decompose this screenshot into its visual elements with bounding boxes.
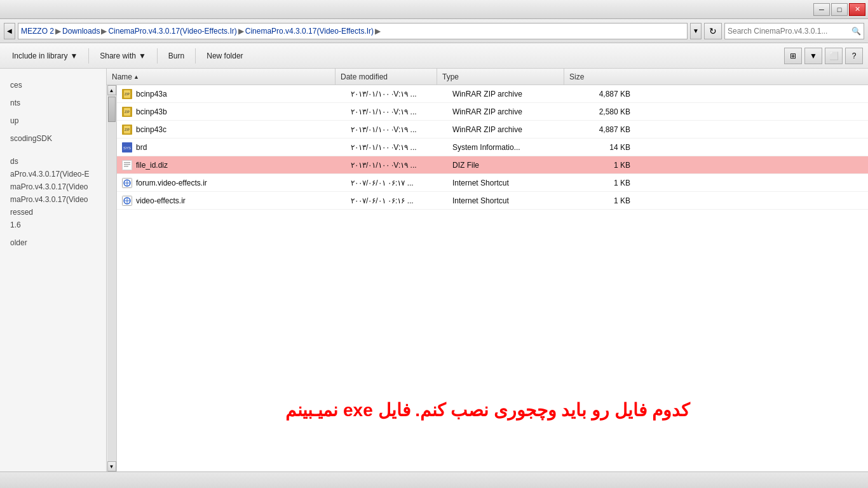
- burn-label: Burn: [168, 51, 184, 60]
- search-icon[interactable]: 🔍: [851, 27, 861, 36]
- include-library-label: Include in library: [12, 51, 67, 60]
- close-button[interactable]: ✕: [849, 3, 865, 16]
- title-bar: ─ □ ✕: [0, 0, 868, 19]
- sidebar-item-cinema2[interactable]: maPro.v4.3.0.17(Video: [0, 180, 106, 193]
- table-row[interactable]: file_id.diz ۲۰۱۳/۰۱/۱۰۰ ·V:۱۹ ... DIZ Fi…: [117, 156, 868, 174]
- file-icon: SYS: [122, 142, 132, 152]
- file-name-text: forum.video-effects.ir: [136, 179, 207, 187]
- share-with-button[interactable]: Share with ▼: [93, 46, 153, 65]
- help-button[interactable]: ?: [845, 48, 863, 64]
- file-date-cell: ۲۰۱۳/۰۱/۱۰۰ ·V:۱۹ ...: [346, 90, 447, 98]
- svg-text:SYS: SYS: [123, 146, 131, 150]
- breadcrumb-downloads[interactable]: Downloads: [62, 27, 100, 36]
- scroll-track[interactable]: [107, 95, 116, 461]
- svg-rect-11: [123, 160, 132, 170]
- pane-button[interactable]: ⬜: [825, 48, 843, 64]
- sidebar-item-ces[interactable]: ces: [0, 79, 106, 92]
- refresh-button[interactable]: ↻: [704, 23, 722, 39]
- breadcrumb-sep3: ▶: [238, 27, 244, 36]
- svg-rect-12: [124, 162, 130, 163]
- file-list: ZIP bcinp43a ۲۰۱۳/۰۱/۱۰۰ ·V:۱۹ ... WinRA…: [117, 85, 868, 471]
- include-library-arrow: ▼: [70, 51, 78, 60]
- view-toggle-button[interactable]: ⊞: [784, 48, 802, 64]
- content-area: Name ▲ Date modified Type Size ▲ ▼: [107, 69, 868, 471]
- table-row[interactable]: SYS brd ۲۰۱۳/۰۱/۱۰۰ ·V:۱۹ ... System Inf…: [117, 139, 868, 156]
- file-icon: [122, 196, 132, 206]
- col-size-label: Size: [569, 72, 584, 81]
- col-size-header[interactable]: Size: [564, 69, 628, 85]
- sidebar-item-ressed[interactable]: ressed: [0, 206, 106, 219]
- new-folder-button[interactable]: New folder: [200, 46, 250, 65]
- file-name-text: brd: [136, 143, 147, 152]
- scroll-down-button[interactable]: ▼: [107, 461, 116, 471]
- file-type-cell: WinRAR ZIP archive: [447, 125, 574, 134]
- sidebar-item-up[interactable]: up: [0, 114, 106, 127]
- file-icon: ZIP: [122, 107, 132, 117]
- sidebar-item-16[interactable]: 1.6: [0, 219, 106, 231]
- file-name-text: bcinp43a: [136, 90, 167, 98]
- file-type-cell: Internet Shortcut: [447, 196, 574, 205]
- scroll-up-button[interactable]: ▲: [107, 85, 116, 95]
- svg-text:ZIP: ZIP: [125, 92, 130, 96]
- sidebar-item-older[interactable]: older: [0, 236, 106, 249]
- col-name-label: Name: [112, 72, 132, 81]
- search-box[interactable]: 🔍: [724, 23, 864, 39]
- col-name-header[interactable]: Name ▲: [107, 69, 336, 85]
- sidebar-item-cinema3[interactable]: maPro.v4.3.0.17(Video: [0, 193, 106, 206]
- file-type-cell: System Informatio...: [447, 143, 574, 152]
- toolbar: Include in library ▼ Share with ▼ Burn N…: [0, 43, 868, 69]
- sidebar-item-cinema1[interactable]: aPro.v4.3.0.17(Video-E: [0, 168, 106, 180]
- file-name-text: bcinp43b: [136, 107, 167, 116]
- sort-arrow: ▲: [133, 74, 139, 80]
- file-icon: ZIP: [122, 125, 132, 135]
- file-date-cell: ۲۰۱۳/۰۱/۱۰۰ ·V:۱۹ ...: [346, 107, 447, 116]
- breadcrumb-mezzo[interactable]: MEZZO 2: [21, 27, 54, 36]
- col-type-label: Type: [442, 72, 459, 81]
- search-input[interactable]: [728, 27, 851, 36]
- file-name-cell: forum.video-effects.ir: [117, 178, 346, 188]
- table-row[interactable]: forum.video-effects.ir ۲۰۰۷/۰۶/۰۱ ۰۶:۱۷ …: [117, 174, 868, 192]
- file-type-cell: WinRAR ZIP archive: [447, 107, 574, 116]
- file-type-cell: WinRAR ZIP archive: [447, 90, 574, 98]
- col-type-header[interactable]: Type: [437, 69, 564, 85]
- svg-text:ZIP: ZIP: [125, 128, 130, 132]
- file-size-cell: 1 KB: [574, 161, 638, 170]
- sidebar-item-ds[interactable]: ds: [0, 155, 106, 168]
- file-size-cell: 4,887 KB: [574, 125, 638, 134]
- file-date-cell: ۲۰۰۷/۰۶/۰۱ ۰۶:۱۷ ...: [346, 179, 447, 187]
- burn-button[interactable]: Burn: [161, 46, 191, 65]
- sidebar-spacer5: [0, 145, 106, 150]
- table-row[interactable]: ZIP bcinp43c ۲۰۱۳/۰۱/۱۰۰ ·V:۱۹ ... WinRA…: [117, 121, 868, 139]
- include-library-button[interactable]: Include in library ▼: [5, 46, 85, 65]
- table-row[interactable]: video-effects.ir ۲۰۰۷/۰۶/۰۱ ۰۶:۱۶ ... In…: [117, 192, 868, 210]
- breadcrumb[interactable]: MEZZO 2 ▶ Downloads ▶ CinemaPro.v4.3.0.1…: [18, 23, 688, 39]
- breadcrumb-folder2[interactable]: CinemaPro.v4.3.0.17(Video-Effects.Ir): [245, 27, 374, 36]
- file-name-cell: SYS brd: [117, 142, 346, 152]
- address-bar: ◀ MEZZO 2 ▶ Downloads ▶ CinemaPro.v4.3.0…: [0, 19, 868, 43]
- vertical-scrollbar[interactable]: ▲ ▼: [107, 85, 117, 471]
- address-dropdown[interactable]: ▼: [690, 23, 702, 39]
- breadcrumb-folder1[interactable]: CinemaPro.v4.3.0.17(Video-Effects.Ir): [108, 27, 236, 36]
- view-dropdown-button[interactable]: ▼: [804, 48, 822, 64]
- toolbar-sep2: [157, 48, 158, 64]
- scroll-thumb[interactable]: [108, 97, 116, 122]
- file-name-text: file_id.diz: [136, 161, 168, 170]
- back-button[interactable]: ◀: [4, 23, 15, 39]
- sidebar-item-nts[interactable]: nts: [0, 97, 106, 109]
- file-name-text: bcinp43c: [136, 125, 166, 134]
- file-name-cell: file_id.diz: [117, 160, 346, 170]
- breadcrumb-sep4: ▶: [375, 27, 381, 36]
- col-date-header[interactable]: Date modified: [336, 69, 437, 85]
- main-layout: ces nts up scodingSDK ds aPro.v4.3.0.17(…: [0, 69, 868, 471]
- table-row[interactable]: ZIP bcinp43b ۲۰۱۳/۰۱/۱۰۰ ·V:۱۹ ... WinRA…: [117, 103, 868, 121]
- restore-button[interactable]: □: [831, 3, 848, 16]
- sidebar-spacer6: [0, 150, 106, 155]
- status-bar: [0, 471, 868, 488]
- svg-text:ZIP: ZIP: [125, 110, 130, 114]
- sidebar-item-sdk[interactable]: scodingSDK: [0, 132, 106, 145]
- svg-rect-14: [124, 166, 128, 167]
- table-row[interactable]: ZIP bcinp43a ۲۰۱۳/۰۱/۱۰۰ ·V:۱۹ ... WinRA…: [117, 85, 868, 103]
- minimize-button[interactable]: ─: [813, 3, 830, 16]
- file-size-cell: 1 KB: [574, 196, 638, 205]
- share-with-label: Share with: [100, 51, 136, 60]
